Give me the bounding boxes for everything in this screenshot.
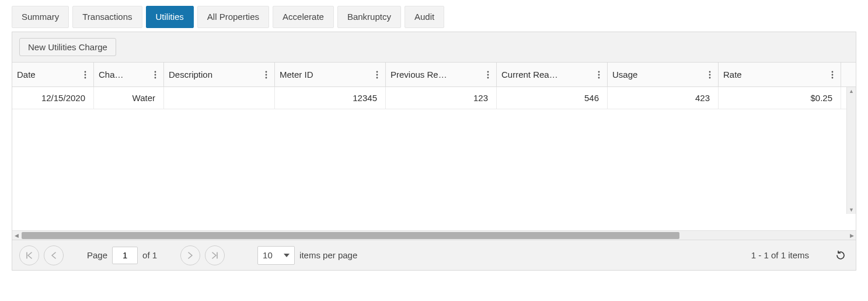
grid-pager: Page of 1 10 items per page bbox=[12, 240, 856, 270]
pager-next-button[interactable] bbox=[180, 245, 200, 265]
column-menu-icon[interactable] bbox=[81, 70, 90, 80]
col-header-charge[interactable]: Cha… bbox=[94, 63, 164, 87]
table-row[interactable]: 12/15/2020 Water 12345 123 546 423 $0.25 bbox=[12, 87, 856, 109]
pager-page-input[interactable] bbox=[112, 247, 138, 264]
svg-point-12 bbox=[487, 71, 489, 72]
col-header-label: Current Rea… bbox=[501, 70, 558, 79]
pager-page-size-value: 10 bbox=[263, 250, 273, 260]
chevron-left-icon bbox=[51, 252, 57, 259]
cell-previous-reading: 123 bbox=[386, 87, 497, 109]
col-header-meter-id[interactable]: Meter ID bbox=[275, 63, 386, 87]
vertical-scrollbar[interactable]: ▲ ▼ bbox=[846, 87, 856, 214]
col-header-label: Cha… bbox=[99, 70, 124, 79]
svg-point-19 bbox=[709, 74, 711, 75]
grid-header-row: Date Cha… Description bbox=[12, 63, 856, 87]
pager-items-per-page-label: items per page bbox=[299, 250, 357, 260]
svg-point-8 bbox=[266, 77, 267, 78]
col-header-current-reading[interactable]: Current Rea… bbox=[497, 63, 608, 87]
vertical-dots-icon[interactable] bbox=[483, 70, 493, 80]
svg-point-4 bbox=[155, 74, 156, 75]
svg-point-9 bbox=[377, 71, 378, 72]
svg-point-18 bbox=[709, 71, 711, 72]
svg-point-11 bbox=[377, 77, 378, 78]
tab-summary[interactable]: Summary bbox=[12, 6, 69, 28]
svg-point-1 bbox=[85, 74, 86, 75]
col-header-date[interactable]: Date bbox=[12, 63, 94, 87]
svg-point-17 bbox=[598, 77, 600, 78]
grid-toolbar: New Utilities Charge bbox=[12, 32, 856, 63]
scroll-thumb[interactable] bbox=[22, 232, 679, 239]
svg-point-0 bbox=[85, 71, 86, 72]
col-header-usage[interactable]: Usage bbox=[608, 63, 719, 87]
pager-last-button[interactable] bbox=[205, 245, 225, 265]
pager-page-label: Page bbox=[87, 250, 107, 260]
pager-page-size-select[interactable]: 10 bbox=[257, 246, 295, 265]
col-header-label: Date bbox=[17, 70, 36, 79]
caret-down-icon bbox=[284, 254, 290, 257]
svg-point-22 bbox=[832, 74, 834, 75]
svg-point-7 bbox=[266, 74, 267, 75]
vertical-dots-icon[interactable] bbox=[828, 70, 837, 80]
col-header-scroll-pad bbox=[841, 63, 856, 87]
pager-refresh-button[interactable] bbox=[832, 247, 849, 264]
svg-point-5 bbox=[155, 77, 156, 78]
horizontal-scrollbar[interactable]: ◀ ▶ bbox=[12, 230, 856, 240]
cell-charge: Water bbox=[94, 87, 164, 109]
tab-bar: Summary Transactions Utilities All Prope… bbox=[12, 6, 856, 28]
vertical-dots-icon[interactable] bbox=[262, 70, 271, 80]
pager-summary: 1 - 1 of 1 items bbox=[751, 250, 809, 260]
svg-point-3 bbox=[155, 71, 156, 72]
utilities-grid: Date Cha… Description bbox=[12, 63, 856, 270]
cell-usage: 423 bbox=[608, 87, 719, 109]
vertical-dots-icon[interactable] bbox=[594, 70, 604, 80]
tab-bankruptcy[interactable]: Bankruptcy bbox=[337, 6, 401, 28]
scroll-up-icon[interactable]: ▲ bbox=[847, 87, 856, 95]
pager-prev-button[interactable] bbox=[44, 245, 64, 265]
chevron-right-icon bbox=[187, 252, 193, 259]
new-utilities-charge-button[interactable]: New Utilities Charge bbox=[19, 38, 116, 56]
cell-rate: $0.25 bbox=[719, 87, 841, 109]
pager-first-button[interactable] bbox=[19, 245, 39, 265]
col-header-description[interactable]: Description bbox=[164, 63, 275, 87]
svg-point-16 bbox=[598, 74, 600, 75]
pager-of-text: of 1 bbox=[142, 250, 157, 260]
svg-point-14 bbox=[487, 77, 489, 78]
vertical-dots-icon[interactable] bbox=[372, 70, 382, 80]
svg-point-20 bbox=[709, 77, 711, 78]
tab-utilities[interactable]: Utilities bbox=[146, 6, 194, 28]
tab-audit[interactable]: Audit bbox=[405, 6, 444, 28]
tab-transactions[interactable]: Transactions bbox=[72, 6, 142, 28]
svg-point-10 bbox=[377, 74, 378, 75]
svg-point-2 bbox=[85, 77, 86, 78]
scroll-left-icon[interactable]: ◀ bbox=[12, 233, 20, 238]
refresh-icon bbox=[835, 250, 846, 261]
utilities-panel: New Utilities Charge Date Cha… Descr bbox=[12, 32, 856, 271]
first-page-icon bbox=[26, 252, 33, 259]
col-header-rate[interactable]: Rate bbox=[719, 63, 841, 87]
cell-current-reading: 546 bbox=[497, 87, 608, 109]
last-page-icon bbox=[211, 252, 218, 259]
col-header-label: Previous Re… bbox=[391, 70, 447, 79]
col-header-label: Rate bbox=[723, 70, 742, 79]
cell-meter-id: 12345 bbox=[275, 87, 386, 109]
col-header-label: Meter ID bbox=[280, 70, 313, 79]
svg-point-23 bbox=[832, 77, 834, 78]
vertical-dots-icon[interactable] bbox=[151, 70, 160, 80]
svg-point-13 bbox=[487, 74, 489, 75]
tab-all-properties[interactable]: All Properties bbox=[197, 6, 269, 28]
cell-date: 12/15/2020 bbox=[12, 87, 94, 109]
col-header-label: Description bbox=[169, 70, 212, 79]
scroll-right-icon[interactable]: ▶ bbox=[848, 233, 856, 238]
grid-body: 12/15/2020 Water 12345 123 546 423 $0.25… bbox=[12, 87, 856, 230]
col-header-label: Usage bbox=[612, 70, 637, 79]
cell-description bbox=[164, 87, 275, 109]
vertical-dots-icon[interactable] bbox=[705, 70, 714, 80]
svg-point-15 bbox=[598, 71, 600, 72]
scroll-down-icon[interactable]: ▼ bbox=[847, 206, 856, 214]
svg-point-21 bbox=[832, 71, 834, 72]
svg-point-6 bbox=[266, 71, 267, 72]
tab-accelerate[interactable]: Accelerate bbox=[273, 6, 334, 28]
col-header-previous-reading[interactable]: Previous Re… bbox=[386, 63, 497, 87]
